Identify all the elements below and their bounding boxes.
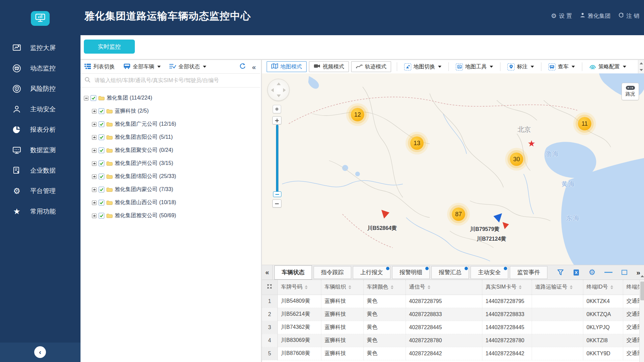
map-canvas[interactable]: 路况 12 13 11 30 87 北京 ★ 渤海 黄海 东海 川B: [262, 73, 644, 265]
table-settings-gear-icon[interactable]: ⚙: [589, 268, 596, 276]
table-row[interactable]: 2 川B56214黄 蓝狮科技 黄色 40287228833 144028722…: [262, 308, 639, 321]
realtime-monitor-tab[interactable]: 实时监控: [84, 40, 135, 54]
app-logo[interactable]: [31, 11, 50, 26]
tab-active-safety[interactable]: 主动安全: [471, 266, 508, 279]
checkbox-checked[interactable]: [99, 174, 104, 179]
pan-left-icon[interactable]: [271, 88, 274, 92]
sort-icon[interactable]: [305, 285, 308, 289]
status-filter-dropdown[interactable]: 全部状态: [169, 63, 206, 70]
sort-icon[interactable]: [428, 285, 430, 289]
collapse-all-header[interactable]: [262, 280, 277, 295]
refresh-button[interactable]: [239, 63, 246, 71]
toolbar-scrollbar[interactable]: [638, 60, 644, 73]
tree-node[interactable]: 雅化集团雅安公司 (50/69): [92, 209, 260, 222]
sidebar-item-active-safety[interactable]: 主动安全: [0, 99, 80, 119]
sort-icon[interactable]: [348, 285, 351, 289]
sidebar-item-common-functions[interactable]: ★ 常用功能: [0, 201, 80, 222]
column-header-comm-number[interactable]: 通信号: [406, 280, 482, 295]
logout-button[interactable]: 注 销: [619, 12, 639, 20]
scroll-down-icon[interactable]: [638, 67, 644, 73]
expand-node-icon[interactable]: [92, 109, 97, 114]
expand-node-icon[interactable]: [92, 187, 97, 192]
checkbox-checked[interactable]: [91, 95, 96, 101]
settings-button[interactable]: ⚙ 设 置: [551, 12, 572, 20]
tree-root-node[interactable]: 雅化集团 (114/224): [84, 92, 260, 105]
column-header-transport-cert[interactable]: 道路运输证号: [532, 280, 583, 295]
pan-right-icon[interactable]: [283, 88, 286, 92]
checkbox-checked[interactable]: [99, 121, 104, 127]
table-row[interactable]: 4 川B83069黄 蓝狮科技 黄色 40287228780 144028722…: [262, 334, 639, 347]
sort-icon[interactable]: [391, 285, 393, 289]
maximize-icon[interactable]: [622, 270, 627, 275]
tree-node[interactable]: 蓝狮科技 (2/5): [92, 105, 260, 118]
column-header-plate[interactable]: 车牌号码: [277, 280, 321, 295]
expand-node-icon[interactable]: [92, 161, 97, 166]
expand-node-icon[interactable]: [92, 122, 97, 127]
vehicle-marker-red[interactable]: [501, 222, 509, 231]
checkbox-checked[interactable]: [99, 200, 104, 205]
map-mode-button[interactable]: 地图模式: [267, 61, 307, 72]
tab-supervision-events[interactable]: 监管事件: [510, 266, 547, 279]
locate-button[interactable]: [273, 105, 281, 113]
checkbox-checked[interactable]: [99, 134, 104, 140]
pan-down-icon[interactable]: [277, 95, 281, 97]
sort-icon[interactable]: [570, 285, 573, 289]
strategy-config-dropdown[interactable]: 策略配置: [589, 63, 626, 70]
sort-icon[interactable]: [610, 285, 613, 289]
vehicle-cluster[interactable]: 30: [510, 153, 523, 166]
track-mode-button[interactable]: 轨迹模式: [351, 61, 391, 72]
map-pan-control[interactable]: [267, 79, 289, 101]
sidebar-collapse-button[interactable]: ‹: [34, 346, 46, 358]
sidebar-item-risk-control[interactable]: 风险防控: [0, 78, 80, 99]
zoom-in-button[interactable]: [272, 116, 281, 124]
vehicle-marker-red[interactable]: [380, 209, 390, 221]
tree-node[interactable]: 雅化集团山西公司 (10/18): [92, 196, 260, 209]
vehicle-cluster[interactable]: 11: [578, 117, 591, 130]
vehicle-cluster[interactable]: 13: [410, 136, 424, 150]
zoom-slider-track[interactable]: [276, 125, 278, 193]
account-menu[interactable]: 雅化集团: [580, 12, 610, 20]
panel-expand-right-icon[interactable]: »: [636, 269, 640, 276]
table-row[interactable]: 3 川B74362黄 蓝狮科技 黄色 40287228445 144028722…: [262, 321, 639, 334]
tab-vehicle-status[interactable]: 车辆状态: [274, 265, 312, 280]
tab-alarm-detail[interactable]: 报警明细: [392, 266, 430, 279]
scroll-up-icon[interactable]: [638, 60, 644, 67]
tree-node[interactable]: 雅化集团吉阳公司 (5/11): [92, 131, 260, 144]
checkbox-checked[interactable]: [99, 108, 104, 114]
checkbox-checked[interactable]: [99, 147, 104, 153]
tab-command-tracking[interactable]: 指令跟踪: [314, 266, 351, 279]
tree-node[interactable]: 雅化集团广元公司 (12/16): [92, 118, 260, 131]
expand-node-icon[interactable]: [92, 135, 97, 140]
column-header-terminal-type[interactable]: 终端类型: [623, 280, 639, 295]
list-toggle-button[interactable]: 列表切换: [85, 63, 115, 70]
sidebar-item-platform-admin[interactable]: ⚙ 平台管理: [0, 181, 80, 201]
annotate-dropdown[interactable]: 标注: [507, 63, 534, 70]
table-scrollbar[interactable]: [639, 280, 644, 362]
excel-export-icon[interactable]: [573, 269, 580, 276]
expand-node-icon[interactable]: [92, 174, 97, 179]
tab-uplink-messages[interactable]: 上行报文: [353, 266, 390, 279]
sidebar-item-enterprise-data[interactable]: 企业数据: [0, 160, 80, 181]
column-header-plate-color[interactable]: 车牌颜色: [363, 280, 406, 295]
sidebar-item-monitor-screen[interactable]: 监控大屏: [0, 38, 80, 58]
sidebar-item-data-monitoring[interactable]: 数据监测: [0, 140, 80, 160]
scroll-up-icon[interactable]: [641, 275, 644, 277]
expand-node-icon[interactable]: [92, 148, 97, 153]
find-vehicle-dropdown[interactable]: 查车: [548, 63, 575, 70]
collapse-panel-button[interactable]: «: [252, 63, 256, 70]
sort-icon[interactable]: [519, 285, 522, 289]
collapse-node-icon[interactable]: [84, 96, 89, 101]
scrollbar-thumb[interactable]: [640, 282, 644, 300]
tab-alarm-summary[interactable]: 报警汇总: [431, 266, 469, 279]
vehicle-filter-dropdown[interactable]: 全部车辆: [123, 63, 161, 70]
table-row[interactable]: 1 川B54809黄 蓝狮科技 黄色 40287228795 144028722…: [262, 295, 639, 308]
vehicle-cluster[interactable]: 87: [452, 207, 465, 221]
panel-collapse-left-icon[interactable]: «: [262, 265, 273, 280]
vehicle-cluster[interactable]: 12: [351, 108, 364, 121]
expand-node-icon[interactable]: [92, 214, 97, 218]
tree-node[interactable]: 雅化集团泸州公司 (3/15): [92, 157, 260, 170]
sidebar-item-dynamic-monitor[interactable]: 动态监控: [0, 58, 80, 78]
checkbox-checked[interactable]: [99, 187, 104, 192]
pan-up-icon[interactable]: [277, 82, 281, 85]
tree-node[interactable]: 雅化集团内蒙公司 (7/33): [92, 183, 260, 196]
